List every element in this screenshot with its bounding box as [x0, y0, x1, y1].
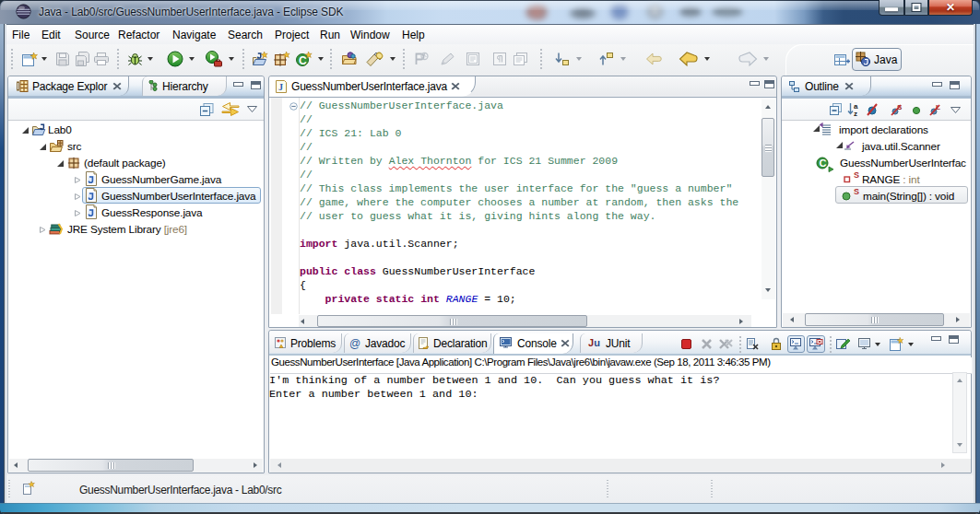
svg-text:C: C	[299, 54, 307, 67]
svg-text:z: z	[854, 110, 857, 117]
svg-text:C: C	[819, 158, 826, 169]
svg-text:J: J	[278, 82, 283, 92]
